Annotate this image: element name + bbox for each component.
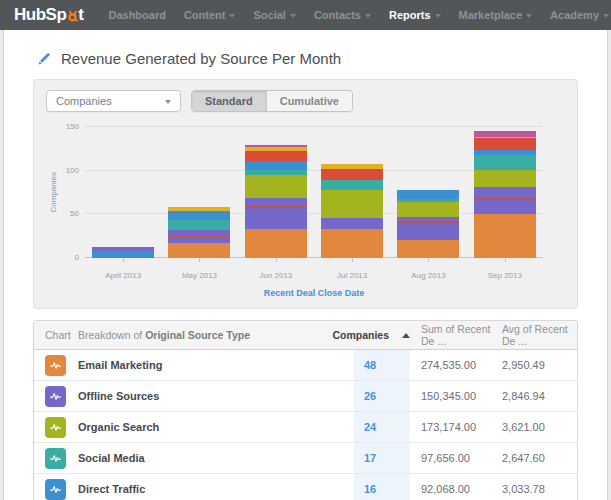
sum-value: 150,345.00 (410, 381, 498, 411)
breakdown-table: Chart Breakdown of Original Source Type … (33, 320, 578, 500)
y-axis-tick-label: 150 (57, 122, 79, 131)
chart-panel: Companies Standard Cumulative Companies … (33, 79, 578, 309)
bar-segment-purple[interactable] (321, 218, 383, 229)
avg-value: 2,647.60 (498, 443, 577, 473)
sum-value: 92,068.00 (410, 474, 498, 500)
bar-segment-olive[interactable] (245, 175, 307, 198)
bar-segment-blue[interactable] (397, 190, 459, 199)
chart-type-icon[interactable] (45, 386, 66, 407)
y-axis-tick-label: 50 (57, 209, 79, 218)
bar-segment-olive[interactable] (397, 202, 459, 217)
chart-type-icon[interactable] (45, 417, 66, 438)
bar-segment-red[interactable] (245, 151, 307, 162)
header-sum-sortable[interactable]: Sum of Recent De ... (410, 323, 498, 347)
chart-type-icon[interactable] (45, 355, 66, 376)
bar-segment-olive[interactable] (321, 190, 383, 218)
bar-slot (238, 126, 314, 258)
x-axis-tick (123, 259, 124, 262)
bar-segment-blue[interactable] (245, 161, 307, 170)
nav-item-academy[interactable]: Academy (541, 9, 611, 21)
chevron-down-icon (229, 14, 235, 18)
bar-segment-purple[interactable] (245, 198, 307, 206)
stacked-bar[interactable] (321, 164, 383, 258)
chevron-down-icon (526, 14, 532, 18)
chevron-down-icon (290, 14, 296, 18)
bar-segment-teal[interactable] (321, 180, 383, 190)
bar-slot (85, 126, 161, 258)
x-slot: Jun 2013 (238, 259, 314, 282)
bar-segment-teal[interactable] (168, 220, 230, 231)
hubspot-logo[interactable]: HubSp t (14, 5, 83, 25)
bar-segment-orange[interactable] (245, 229, 307, 258)
companies-count-link[interactable]: 24 (364, 421, 376, 433)
nav-item-marketplace[interactable]: Marketplace (450, 9, 542, 21)
bar-segment-purple[interactable] (474, 187, 536, 198)
x-axis-label: April 2013 (105, 271, 141, 280)
bar-slot (390, 126, 466, 258)
nav-item-reports[interactable]: Reports (380, 9, 450, 21)
source-label: Organic Search (78, 412, 354, 442)
nav-item-dashboard[interactable]: Dashboard (99, 9, 174, 21)
x-axis-tick (352, 259, 353, 262)
top-nav: HubSp t Dashboard Content Social Contact… (0, 0, 611, 30)
sum-value: 274,535.00 (410, 350, 498, 380)
x-slot: Aug 2013 (390, 259, 466, 282)
bar-segment-orange[interactable] (321, 229, 383, 258)
nav-item-content[interactable]: Content (175, 9, 245, 21)
stacked-bar[interactable] (397, 190, 459, 258)
stacked-bar[interactable] (474, 131, 536, 258)
view-toggle: Standard Cumulative (191, 90, 353, 112)
chevron-down-icon (165, 100, 171, 104)
logo-text-right: t (78, 5, 83, 25)
companies-count-link[interactable]: 16 (364, 483, 376, 495)
edit-pencil-icon[interactable] (37, 51, 52, 66)
table-row: Organic Search24173,174.003,621.00 (34, 412, 577, 443)
dataset-select[interactable]: Companies (46, 90, 181, 112)
bar-segment-purple[interactable] (397, 223, 459, 240)
bar-segment-purple[interactable] (474, 199, 536, 215)
bar-segment-teal[interactable] (474, 155, 536, 170)
bar-segment-orange[interactable] (168, 243, 230, 258)
chart-type-icon[interactable] (45, 448, 66, 469)
bar-segment-olive[interactable] (474, 170, 536, 188)
bar-segment-orange[interactable] (474, 214, 536, 258)
table-row: Direct Traffic1692,068.003,033.78 (34, 474, 577, 500)
chevron-down-icon (365, 14, 371, 18)
bar-segment-red[interactable] (321, 169, 383, 180)
companies-count-link[interactable]: 26 (364, 390, 376, 402)
x-axis-tick (276, 259, 277, 262)
nav-item-contacts[interactable]: Contacts (305, 9, 380, 21)
bar-segment-red[interactable] (474, 138, 536, 149)
sum-value: 173,174.00 (410, 412, 498, 442)
sprocket-icon (66, 8, 78, 23)
header-chart: Chart (34, 329, 78, 341)
companies-count-link[interactable]: 17 (364, 452, 376, 464)
avg-value: 3,033.78 (498, 474, 577, 500)
avg-value: 2,846.94 (498, 381, 577, 411)
table-row: Email Marketing48274,535.002,950.49 (34, 350, 577, 381)
bar-segment-blue[interactable] (168, 211, 230, 220)
standard-button[interactable]: Standard (192, 91, 266, 111)
bar-slot (161, 126, 237, 258)
cumulative-button[interactable]: Cumulative (266, 91, 352, 111)
bar-segment-purple[interactable] (245, 207, 307, 230)
x-axis-label: Aug 2013 (411, 271, 445, 280)
bar-segment-blue[interactable] (92, 251, 154, 258)
plot-area: 050100150 (85, 126, 543, 258)
page-title: Revenue Generated by Source Per Month (61, 50, 341, 67)
x-axis-tick (199, 259, 200, 262)
header-avg-sortable[interactable]: Avg of Recent De ... (498, 323, 577, 347)
chart-type-icon[interactable] (45, 479, 66, 500)
stacked-bar[interactable] (92, 247, 154, 258)
stacked-bar[interactable] (168, 207, 230, 258)
bar-segment-orange[interactable] (397, 240, 459, 258)
x-slot: May 2013 (161, 259, 237, 282)
dataset-select-value: Companies (56, 95, 112, 107)
stacked-bar[interactable] (245, 145, 307, 258)
companies-count-link[interactable]: 48 (364, 359, 376, 371)
sum-value: 97,656.00 (410, 443, 498, 473)
bar-slot (467, 126, 543, 258)
header-companies-sortable[interactable]: Companies (322, 329, 410, 341)
avg-value: 3,621.00 (498, 412, 577, 442)
nav-item-social[interactable]: Social (244, 9, 304, 21)
